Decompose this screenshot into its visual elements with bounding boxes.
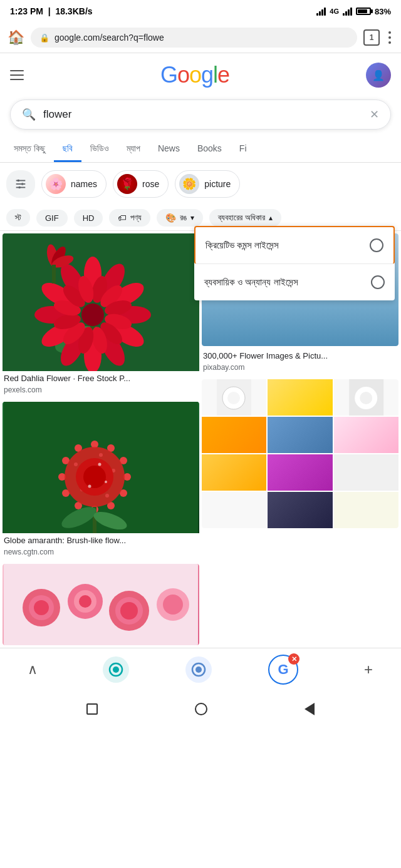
filter-tag-color[interactable]: 🎨 রঙ ▾ xyxy=(157,209,203,227)
home-icon[interactable]: 🏠 xyxy=(8,29,24,46)
android-back-button[interactable] xyxy=(305,703,315,715)
pixabay-title: 300,000+ Flower Images & Pictu... xyxy=(203,351,397,362)
nav-back-button[interactable]: ∧ xyxy=(19,656,46,683)
dahlia-info: Red Dahlia Flower · Free Stock P... pexe… xyxy=(3,371,199,399)
svg-point-73 xyxy=(79,595,91,608)
filter-tag-gif[interactable]: GIF xyxy=(36,210,68,227)
svg-point-5 xyxy=(18,186,21,189)
svg-point-76 xyxy=(120,602,138,620)
teal-icon-2 xyxy=(190,661,207,678)
svg-point-60 xyxy=(83,466,106,488)
grid-cell-7 xyxy=(202,454,266,491)
android-home-button[interactable] xyxy=(195,703,207,715)
svg-point-88 xyxy=(195,666,202,673)
tab-videos[interactable]: ভিডিও xyxy=(81,137,118,162)
rights-dropdown-menu: ক্রিয়েটিভ কমন্স লাইসেন্স ব্যবসায়িক ও অ… xyxy=(194,226,395,300)
back-arrow-icon: ∧ xyxy=(28,661,38,678)
dahlia-title: Red Dahlia Flower · Free Stock P... xyxy=(4,374,198,384)
tag-color-icon: 🎨 xyxy=(165,213,176,223)
radio-creative-commons[interactable] xyxy=(370,238,383,252)
tab-images[interactable]: ছবি xyxy=(54,137,81,162)
amaranth-info: Globe amaranth: Brush-like flow... news.… xyxy=(3,533,199,561)
menu-dots-icon[interactable] xyxy=(386,29,393,46)
status-icons: 4G 83% xyxy=(316,7,391,16)
bottom-nav: ∧ ✕ G + xyxy=(0,648,401,692)
nav-google-button[interactable]: ✕ G xyxy=(268,655,298,685)
search-icon: 🔍 xyxy=(22,108,36,121)
chip-picture[interactable]: 🌼 picture xyxy=(175,170,240,198)
amaranth-image xyxy=(3,402,199,533)
plus-icon: + xyxy=(364,661,373,678)
grid-cell-3 xyxy=(334,379,398,416)
filter-tag-product[interactable]: 🏷 পণ্য xyxy=(109,209,150,227)
radio-commercial[interactable] xyxy=(371,275,385,289)
search-input[interactable]: flower xyxy=(43,108,362,121)
filter-chips-row: 🌸 names 🌹 rose 🌼 picture xyxy=(0,163,401,205)
dropdown-item-commercial[interactable]: ব্যবসায়িক ও অন্যান্য লাইসেন্স xyxy=(194,264,395,300)
android-recents-button[interactable] xyxy=(86,703,98,715)
rights-dropdown-arrow: ▴ xyxy=(269,213,273,222)
svg-point-70 xyxy=(34,600,49,615)
color-dropdown-arrow: ▾ xyxy=(190,213,194,222)
nav-plus-button[interactable]: + xyxy=(355,656,382,683)
google-logo: Google xyxy=(160,62,229,88)
grid-cell-10 xyxy=(202,492,266,528)
avatar[interactable]: 👤 xyxy=(366,63,391,88)
tab-all[interactable]: সমস্ত কিছু xyxy=(5,137,54,162)
dahlia-source: pexels.com xyxy=(4,385,198,394)
dropdown-item-creative-commons[interactable]: ক্রিয়েটিভ কমন্স লাইসেন্স xyxy=(194,226,395,264)
google-header: Google 👤 xyxy=(0,53,401,97)
search-tabs: সমস্ত কিছু ছবি ভিডিও ম্যাপ News Books Fi xyxy=(0,137,401,163)
tab-more[interactable]: Fi xyxy=(231,137,256,162)
filter-tag-product-label: পণ্য xyxy=(130,213,142,223)
nav-tab-2[interactable] xyxy=(185,656,212,683)
image-results-container: ক্রিয়েটিভ কমন্স লাইসেন্স ব্যবসায়িক ও অ… xyxy=(0,231,401,648)
svg-point-4 xyxy=(21,183,24,185)
grid-cell-9 xyxy=(334,454,398,491)
filter-tag-rights-label: ব্যবহারের অধিকার xyxy=(218,213,265,223)
image-card-multi-grid[interactable] xyxy=(202,379,398,528)
image-card-pixabay[interactable]: 300,000+ Flower Images & Pictu... pixaba… xyxy=(202,349,398,377)
google-g-label: G xyxy=(278,661,288,678)
filter-tag-color-label: রঙ xyxy=(180,213,187,223)
time-display: 1:23 PM xyxy=(10,6,43,16)
svg-point-62 xyxy=(88,484,91,488)
filter-tag-hd[interactable]: HD xyxy=(74,210,103,227)
search-box[interactable]: 🔍 flower ✕ xyxy=(10,100,391,130)
pixabay-info: 300,000+ Flower Images & Pictu... pixaba… xyxy=(202,349,398,377)
tag-product-icon: 🏷 xyxy=(118,213,127,223)
filter-tag-st[interactable]: স্ট xyxy=(6,209,30,227)
url-bar[interactable]: 🔒 google.com/search?q=flowe xyxy=(31,28,357,48)
filter-sliders-button[interactable] xyxy=(6,170,35,198)
image-column-left: Red Dahlia Flower · Free Stock P... pexe… xyxy=(3,233,199,645)
tab-news[interactable]: News xyxy=(149,137,189,162)
chip-rose-label: rose xyxy=(142,179,159,189)
clear-icon[interactable]: ✕ xyxy=(370,108,379,121)
image-card-dahlia[interactable]: Red Dahlia Flower · Free Stock P... pexe… xyxy=(3,233,199,399)
chip-names[interactable]: 🌸 names xyxy=(41,170,107,198)
battery-icon xyxy=(356,8,371,15)
grid-cell-1 xyxy=(202,379,266,416)
dahlia-image xyxy=(3,233,199,371)
svg-point-61 xyxy=(98,462,102,466)
chip-rose[interactable]: 🌹 rose xyxy=(113,170,169,198)
tab-maps[interactable]: ম্যাপ xyxy=(118,137,149,162)
filter-tag-rights[interactable]: ব্যবহারের অধিকার ▴ xyxy=(209,209,281,227)
svg-point-63 xyxy=(105,481,107,483)
tab-books[interactable]: Books xyxy=(189,137,231,162)
status-time-network: 1:23 PM | 18.3KB/s xyxy=(10,6,93,16)
url-text: google.com/search?q=flowe xyxy=(55,33,348,43)
teal-icon-1 xyxy=(108,661,124,678)
image-card-amaranth[interactable]: Globe amaranth: Brush-like flow... news.… xyxy=(3,402,199,561)
svg-point-3 xyxy=(18,180,20,182)
tab-count[interactable]: 1 xyxy=(363,29,380,46)
image-card-pink-flowers[interactable] xyxy=(3,564,199,645)
hamburger-menu[interactable] xyxy=(10,70,24,80)
android-nav-bar xyxy=(0,692,401,727)
chip-names-label: names xyxy=(71,179,97,189)
close-badge: ✕ xyxy=(288,653,299,665)
svg-point-86 xyxy=(113,666,119,673)
grid-cell-11 xyxy=(268,492,332,528)
nav-tab-1[interactable] xyxy=(103,656,129,683)
dropdown-item-creative-commons-label: ক্রিয়েটিভ কমন্স লাইসেন্স xyxy=(206,240,279,251)
